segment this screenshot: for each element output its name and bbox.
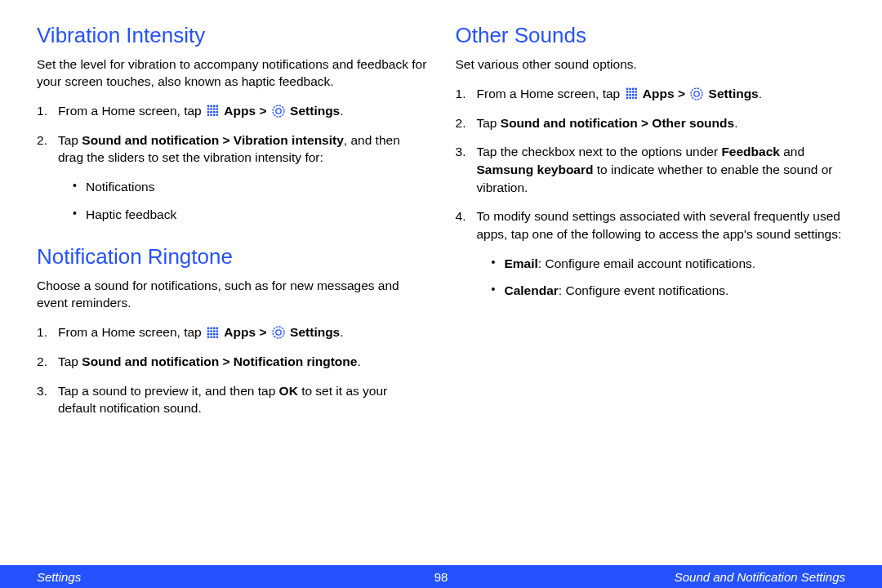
svg-point-10 [213,111,216,114]
svg-point-25 [216,330,218,332]
text: From a Home screen, tap [58,104,205,118]
svg-point-21 [216,327,218,329]
svg-point-33 [216,336,218,338]
step-1: From a Home screen, tap Apps > Settings. [37,102,427,120]
svg-point-7 [216,108,218,110]
svg-point-52 [691,88,702,100]
intro-text: Set the level for vibration to accompany… [37,56,427,91]
other-sounds-section: Other Sounds Set various other sound opt… [456,23,846,300]
svg-point-38 [631,88,634,91]
text: Tap [58,354,82,368]
svg-point-5 [210,108,212,110]
svg-point-20 [213,327,216,329]
notification-ringtone-section: Notification Ringtone Choose a sound for… [37,244,427,417]
text: Tap a sound to preview it, and then tap [58,384,279,398]
svg-point-46 [631,94,634,96]
apps-label: Apps > [224,325,270,339]
text: : Configure event notifications. [559,283,729,297]
page-number: 98 [434,570,448,584]
steps-list: From a Home screen, tap Apps > Settings.… [37,102,427,223]
steps-list: From a Home screen, tap Apps > Settings.… [456,85,846,300]
heading-other-sounds: Other Sounds [456,23,846,48]
svg-point-15 [216,114,218,117]
bold: Feedback [721,145,780,158]
svg-point-22 [207,330,210,332]
bold: Sound and notification > Other sounds [501,116,734,130]
apps-grid-icon [626,87,638,100]
page-footer: Settings 98 Sound and Notification Setti… [0,565,882,588]
text: . [340,325,343,339]
svg-point-48 [626,97,628,100]
text: Tap the checkbox next to the options und… [477,145,722,158]
svg-point-11 [216,111,218,114]
footer-left: Settings [37,570,81,584]
svg-point-36 [626,88,628,91]
settings-label: Settings [290,325,340,339]
bold: Samsung keyboard [477,163,594,176]
step-2: Tap Sound and notification > Vibration i… [37,131,427,224]
left-column: Vibration Intensity Set the level for vi… [37,23,427,565]
text: and [780,145,804,158]
svg-point-16 [273,105,284,117]
text: Tap [58,133,82,147]
svg-point-42 [631,91,634,94]
apps-label: Apps > [224,104,270,118]
step-1: From a Home screen, tap Apps > Settings. [456,85,846,103]
right-column: Other Sounds Set various other sound opt… [456,23,846,565]
svg-point-24 [213,330,216,332]
svg-point-43 [635,91,637,94]
gear-icon [272,326,285,339]
step-2: Tap Sound and notification > Notificatio… [37,353,427,371]
text: . [759,87,762,100]
apps-grid-icon [207,105,219,117]
bullet-email: Email: Configure email account notificat… [492,255,846,273]
svg-point-35 [276,330,281,335]
text: . [340,104,343,118]
svg-point-8 [207,111,210,114]
svg-point-19 [210,327,212,329]
footer-right: Sound and Notification Settings [675,570,845,584]
svg-point-29 [216,332,218,335]
bullet-calendar: Calendar: Configure event notifications. [492,282,846,300]
intro-text: Set various other sound options. [456,56,846,74]
svg-point-31 [210,336,212,338]
svg-point-39 [635,88,637,91]
steps-list: From a Home screen, tap Apps > Settings.… [37,323,427,417]
step-3: Tap the checkbox next to the options und… [456,143,846,196]
svg-point-30 [207,336,210,338]
svg-point-23 [210,330,212,332]
gear-icon [272,105,285,118]
bullet-list: Email: Configure email account notificat… [492,255,846,300]
gear-icon [690,87,703,100]
page-content: Vibration Intensity Set the level for vi… [0,0,882,565]
bold: Sound and notification > Vibration inten… [82,133,344,147]
heading-notification-ringtone: Notification Ringtone [37,244,427,270]
bullet-notifications: Notifications [73,178,427,196]
svg-point-40 [626,91,628,94]
settings-label: Settings [290,104,340,118]
step-2: Tap Sound and notification > Other sound… [456,114,846,132]
svg-point-12 [207,114,210,117]
svg-point-53 [694,91,699,96]
svg-point-18 [207,327,210,329]
bold: Calendar [505,283,559,297]
text: From a Home screen, tap [477,87,624,100]
svg-point-9 [210,111,212,114]
vibration-intensity-section: Vibration Intensity Set the level for vi… [37,23,427,223]
svg-point-34 [273,327,284,338]
bold: Sound and notification > Notification ri… [82,354,357,368]
text: . [357,354,360,368]
svg-point-28 [213,332,216,335]
text: Tap [477,116,501,130]
bullet-haptic-feedback: Haptic feedback [73,206,427,224]
text: . [734,116,737,130]
step-1: From a Home screen, tap Apps > Settings. [37,323,427,341]
bold: Email [505,256,538,270]
svg-point-2 [213,105,216,108]
heading-vibration-intensity: Vibration Intensity [37,23,427,48]
step-4: To modify sound settings associated with… [456,207,846,300]
step-3: Tap a sound to preview it, and then tap … [37,382,427,417]
svg-point-50 [631,97,634,100]
text: To modify sound settings associated with… [477,209,842,241]
svg-point-27 [210,332,212,335]
